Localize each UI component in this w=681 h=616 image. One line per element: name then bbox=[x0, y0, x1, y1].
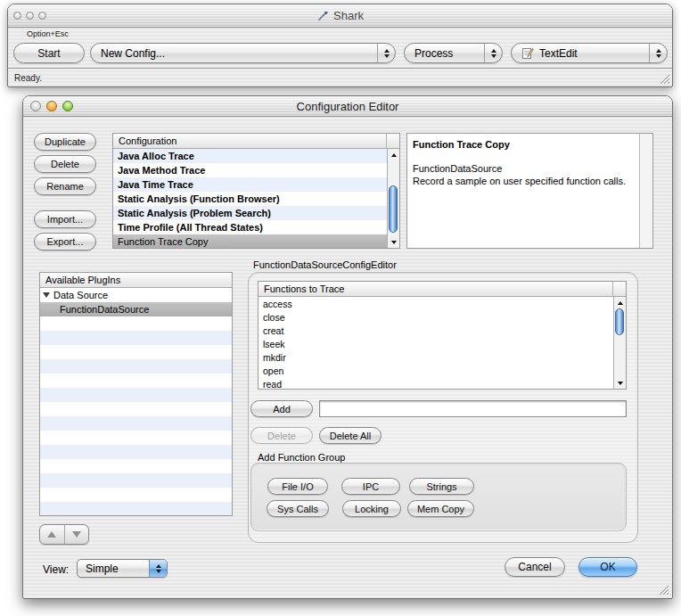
functions-column-header: Functions to Trace bbox=[258, 282, 626, 297]
description-plugin: FunctionDataSource bbox=[413, 162, 635, 175]
function-row[interactable]: access bbox=[258, 297, 613, 310]
popup-arrows-icon bbox=[377, 44, 395, 62]
empty-rows bbox=[40, 316, 232, 515]
add-button[interactable]: Add bbox=[250, 400, 313, 417]
status-text: Ready. bbox=[14, 73, 42, 83]
view-popup-value: Simple bbox=[78, 560, 149, 577]
configuration-editor-window: Configuration Editor Duplicate Delete Re… bbox=[22, 95, 673, 599]
header-cap bbox=[386, 134, 399, 148]
popup-arrows-icon bbox=[649, 44, 667, 62]
group-locking-button[interactable]: Locking bbox=[342, 500, 401, 517]
move-down-icon[interactable] bbox=[64, 525, 89, 544]
delete-button[interactable]: Delete bbox=[34, 155, 96, 173]
delete-all-button[interactable]: Delete All bbox=[319, 427, 382, 444]
start-button[interactable]: Start bbox=[13, 43, 85, 63]
plugin-editor-title: FunctionDataSourceConfigEditor bbox=[253, 259, 397, 270]
config-row-selected[interactable]: Function Trace Copy bbox=[113, 234, 387, 248]
hotkey-label: Option+Esc bbox=[27, 29, 69, 38]
shark-titlebar[interactable]: Shark bbox=[8, 4, 672, 28]
shark-icon bbox=[316, 10, 329, 22]
configuration-column-header: Configuration bbox=[113, 134, 399, 149]
group-sys-calls-button[interactable]: Sys Calls bbox=[267, 500, 329, 517]
scrollbar-thumb[interactable] bbox=[615, 308, 624, 335]
move-up-icon[interactable] bbox=[40, 525, 64, 544]
header-cap bbox=[612, 282, 626, 296]
scroll-up-icon[interactable] bbox=[388, 150, 399, 160]
duplicate-button[interactable]: Duplicate bbox=[34, 133, 96, 151]
function-group-box bbox=[250, 463, 627, 531]
config-popup-value: New Config... bbox=[91, 44, 377, 62]
description-scroll-track[interactable] bbox=[639, 134, 652, 248]
view-popup-menu[interactable]: Simple bbox=[77, 559, 168, 578]
function-row[interactable]: close bbox=[258, 310, 613, 324]
plugin-group-row[interactable]: Data Source bbox=[40, 288, 232, 302]
textedit-icon bbox=[521, 46, 535, 60]
ok-button[interactable]: OK bbox=[578, 557, 637, 577]
function-row[interactable]: read bbox=[258, 377, 613, 389]
config-scrollbar[interactable] bbox=[387, 149, 399, 248]
group-strings-button[interactable]: Strings bbox=[409, 478, 474, 495]
config-row[interactable]: Static Analysis (Problem Search) bbox=[113, 206, 387, 220]
resize-grip[interactable] bbox=[660, 74, 670, 85]
group-file-io-button[interactable]: File I/O bbox=[267, 478, 328, 495]
popup-arrows-icon bbox=[484, 44, 502, 62]
function-name-input[interactable] bbox=[319, 400, 627, 417]
description-panel: Function Trace Copy FunctionDataSource R… bbox=[406, 133, 653, 249]
function-row[interactable]: lseek bbox=[258, 337, 613, 350]
desktop: Shark Option+Esc Start New Config... Pro… bbox=[0, 0, 681, 616]
popup-arrows-icon bbox=[149, 560, 167, 577]
config-row[interactable]: Java Method Trace bbox=[113, 163, 387, 177]
rename-button[interactable]: Rename bbox=[34, 177, 96, 195]
plugins-table: Available PlugIns Data Source FunctionDa… bbox=[39, 272, 233, 516]
window-title: Shark bbox=[333, 9, 364, 22]
configuration-table: Configuration Java Alloc Trace Java Meth… bbox=[112, 133, 400, 249]
reorder-control[interactable] bbox=[39, 524, 89, 545]
group-ipc-button[interactable]: IPC bbox=[341, 478, 400, 495]
scrollbar-thumb[interactable] bbox=[389, 185, 398, 233]
app-popup-menu[interactable]: TextEdit bbox=[511, 43, 668, 63]
export-button[interactable]: Export... bbox=[34, 233, 96, 251]
plugins-column-header: Available PlugIns bbox=[40, 273, 232, 288]
config-row[interactable]: Java Alloc Trace bbox=[113, 149, 387, 163]
scroll-down-icon[interactable] bbox=[614, 378, 626, 388]
config-popup-menu[interactable]: New Config... bbox=[90, 43, 396, 63]
functions-scrollbar[interactable] bbox=[613, 297, 626, 389]
window-title: Configuration Editor bbox=[297, 100, 399, 113]
resize-grip[interactable] bbox=[659, 585, 669, 595]
description-text: Record a sample on user specified functi… bbox=[413, 175, 635, 187]
scroll-down-icon[interactable] bbox=[388, 237, 399, 247]
import-button[interactable]: Import... bbox=[34, 210, 96, 228]
cancel-button[interactable]: Cancel bbox=[505, 557, 565, 577]
app-popup-value: TextEdit bbox=[539, 47, 578, 60]
shark-window: Shark Option+Esc Start New Config... Pro… bbox=[7, 4, 673, 87]
plugin-row-selected[interactable]: FunctionDataSource bbox=[40, 302, 232, 316]
config-row[interactable]: Time Profile (All Thread States) bbox=[113, 220, 387, 234]
config-row[interactable]: Static Analysis (Function Browser) bbox=[113, 192, 387, 206]
group-mem-copy-button[interactable]: Mem Copy bbox=[407, 500, 474, 517]
target-popup-menu[interactable]: Process bbox=[404, 43, 503, 63]
delete-function-button[interactable]: Delete bbox=[250, 427, 313, 444]
function-row[interactable]: open bbox=[258, 364, 613, 377]
functions-table: Functions to Trace access close creat ls… bbox=[258, 281, 627, 390]
scroll-up-icon[interactable] bbox=[614, 298, 626, 308]
function-group-label: Add Function Group bbox=[258, 452, 345, 463]
description-title: Function Trace Copy bbox=[413, 138, 635, 151]
view-label: View: bbox=[43, 563, 69, 576]
config-row[interactable]: Java Time Trace bbox=[113, 177, 387, 192]
status-divider bbox=[8, 68, 672, 69]
function-row[interactable]: creat bbox=[258, 324, 613, 337]
target-popup-value: Process bbox=[405, 44, 484, 62]
editor-titlebar[interactable]: Configuration Editor bbox=[23, 96, 672, 117]
disclosure-triangle-icon[interactable] bbox=[43, 292, 50, 298]
function-row[interactable]: mkdir bbox=[258, 350, 613, 364]
